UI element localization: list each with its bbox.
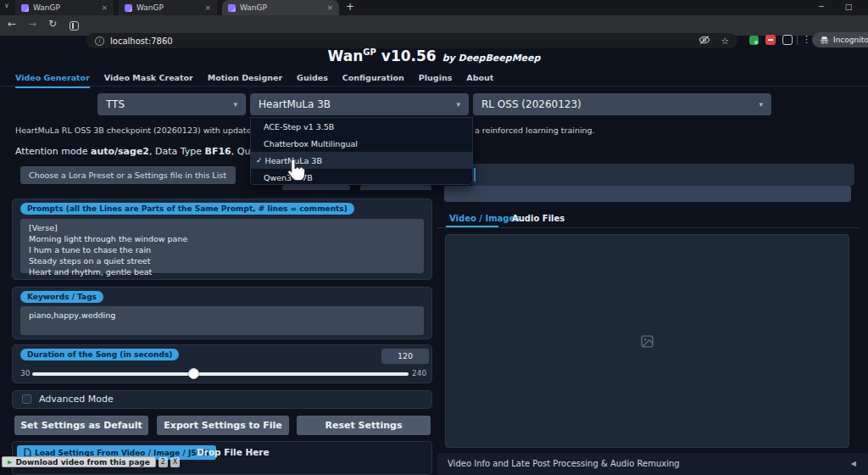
mouse-cursor-icon: [287, 158, 305, 185]
model-dropdown-menu: ACE-Step v1 3.5B Chatterbox Multilingual…: [250, 117, 473, 185]
model-variant-value: RL OSS (20260123): [481, 98, 759, 110]
tab-close-icon[interactable]: ×: [101, 3, 108, 12]
menu-item-chatterbox[interactable]: Chatterbox Multilingual: [251, 135, 472, 152]
toolbar-divider: [797, 35, 798, 45]
wangp-favicon-icon: [228, 4, 236, 12]
address-bar[interactable]: i localhost:7860 ☆: [86, 33, 737, 48]
lora-preset-select[interactable]: Choose a Lora Preset or a Settings file …: [20, 166, 236, 184]
wangp-favicon-icon: [125, 4, 132, 12]
model-family-select[interactable]: TTS ▾: [97, 93, 246, 115]
window-maximize-button[interactable]: □: [841, 3, 856, 11]
duration-label: Duration of the Song (in seconds): [20, 349, 179, 360]
image-placeholder-icon: [640, 334, 654, 349]
incognito-icon: [819, 35, 830, 46]
prompts-label: Prompts (all the Lines are Parts of the …: [20, 203, 354, 215]
app-name: Wan: [328, 48, 364, 64]
play-icon: ▶: [8, 459, 12, 466]
tab-search-icon[interactable]: ∨: [4, 2, 9, 9]
tab-close-icon[interactable]: ×: [204, 3, 211, 12]
extension-icon-outline[interactable]: [782, 35, 793, 45]
prompts-textarea[interactable]: [Verse] Morning light through the window…: [20, 219, 424, 273]
accordion-label: Video Info and Late Post Processing & Au…: [448, 459, 680, 468]
tab-title: WanGP: [136, 3, 200, 12]
browser-toolbar: ← → ↻ i localhost:7860 ☆ ⋮ Incognito: [0, 15, 868, 36]
media-gallery: [445, 234, 849, 448]
keywords-label: Keywords / Tags: [20, 291, 103, 303]
chevron-down-icon: ▾: [456, 100, 460, 109]
incognito-badge: Incognito: [812, 32, 868, 48]
model-value: HeartMuLa 3B: [259, 98, 456, 110]
download-bubble: ▶ Download video from this page 2 X: [2, 456, 180, 467]
back-icon[interactable]: ←: [8, 18, 16, 30]
tab-title: WanGP: [33, 3, 97, 12]
wangp-favicon-icon: [21, 4, 29, 12]
chevron-down-icon: ▾: [233, 100, 237, 109]
app-version: v10.56: [376, 48, 437, 64]
right-tab-separator: [437, 227, 860, 228]
menu-item-qwen3[interactable]: Qwen3 1.7B: [251, 169, 472, 186]
browser-tab-1[interactable]: WanGP ×: [15, 0, 114, 15]
menu-item-ace-step[interactable]: ACE-Step v1 3.5B: [251, 118, 472, 135]
incognito-label: Incognito: [833, 36, 868, 44]
page-info-icon[interactable]: i: [95, 36, 104, 46]
export-settings-button[interactable]: Export Settings to File: [157, 416, 289, 435]
drop-file-hint: Drop File Here: [197, 447, 270, 457]
browser-tab-strip: ∨ WanGP × WanGP × WanGP × + ─ □: [0, 0, 868, 15]
url-text[interactable]: localhost:7860: [110, 36, 693, 46]
duration-slider-track[interactable]: [32, 372, 409, 376]
menu-item-heartmula-selected[interactable]: ✓ HeartMuLa 3B: [251, 152, 472, 169]
slider-min-label: 30: [20, 369, 30, 377]
reset-settings-button[interactable]: Reset Settings: [297, 416, 431, 435]
accordion-arrow-icon: ◀: [851, 460, 856, 467]
tab-title: WanGP: [240, 3, 322, 12]
checkpoint-info-text-continued: a reinforced learning training.: [475, 126, 595, 135]
advanced-mode-label: Advanced Mode: [39, 394, 114, 405]
more-menu-icon[interactable]: ⋮: [802, 34, 811, 45]
browser-window: ∨ WanGP × WanGP × WanGP × + ─ □ ← → ↻ i …: [0, 0, 868, 475]
download-count-badge[interactable]: 2: [159, 457, 168, 467]
download-video-button[interactable]: ▶ Download video from this page: [2, 456, 156, 467]
tab-audio-files[interactable]: Audio Files: [512, 214, 565, 223]
reload-icon[interactable]: ↻: [48, 18, 57, 30]
nav-separator: [0, 86, 868, 87]
chevron-down-icon: ▾: [759, 100, 763, 109]
right-upper-bar: [444, 186, 851, 202]
extension-icon-red[interactable]: [765, 35, 776, 45]
set-default-button[interactable]: Set Settings as Default: [14, 416, 148, 435]
download-close-button[interactable]: X: [170, 457, 180, 467]
tab-close-icon[interactable]: ×: [326, 3, 333, 12]
side-panel-icon[interactable]: [70, 21, 79, 31]
app-name-sup: GP: [363, 48, 376, 57]
model-select[interactable]: HeartMuLa 3B ▾: [250, 93, 469, 115]
extension-icon-green[interactable]: [749, 36, 759, 45]
model-family-value: TTS: [106, 98, 233, 110]
page-title: WanGP v10.56by DeepBeepMeep: [0, 48, 868, 64]
load-settings-label: Load Settings From Video / Image / JSON: [35, 449, 209, 457]
new-tab-button[interactable]: +: [346, 1, 354, 13]
model-variant-select[interactable]: RL OSS (20260123) ▾: [473, 93, 771, 115]
window-minimize-button[interactable]: ─: [814, 3, 829, 11]
download-label: Download video from this page: [15, 458, 150, 467]
text-caret: [474, 168, 476, 182]
app-byline: by DeepBeepMeep: [442, 53, 541, 64]
browser-tab-2[interactable]: WanGP ×: [119, 0, 217, 15]
bookmark-star-icon[interactable]: ☆: [721, 36, 729, 47]
check-icon: ✓: [256, 156, 263, 165]
browser-tab-3-active[interactable]: WanGP ×: [222, 0, 339, 15]
tab-video-images[interactable]: Video / Images: [449, 214, 520, 223]
duration-value-input[interactable]: 120: [381, 349, 429, 364]
eye-off-icon[interactable]: [698, 33, 710, 49]
forward-icon[interactable]: →: [28, 18, 36, 30]
video-info-accordion[interactable]: Video Info and Late Post Processing & Au…: [437, 453, 868, 475]
right-upper-panel: [471, 164, 854, 186]
keywords-input[interactable]: piano,happy,wedding: [20, 306, 424, 335]
advanced-mode-checkbox[interactable]: [22, 394, 31, 404]
slider-max-label: 240: [412, 369, 426, 377]
duration-slider-handle[interactable]: [188, 368, 199, 379]
